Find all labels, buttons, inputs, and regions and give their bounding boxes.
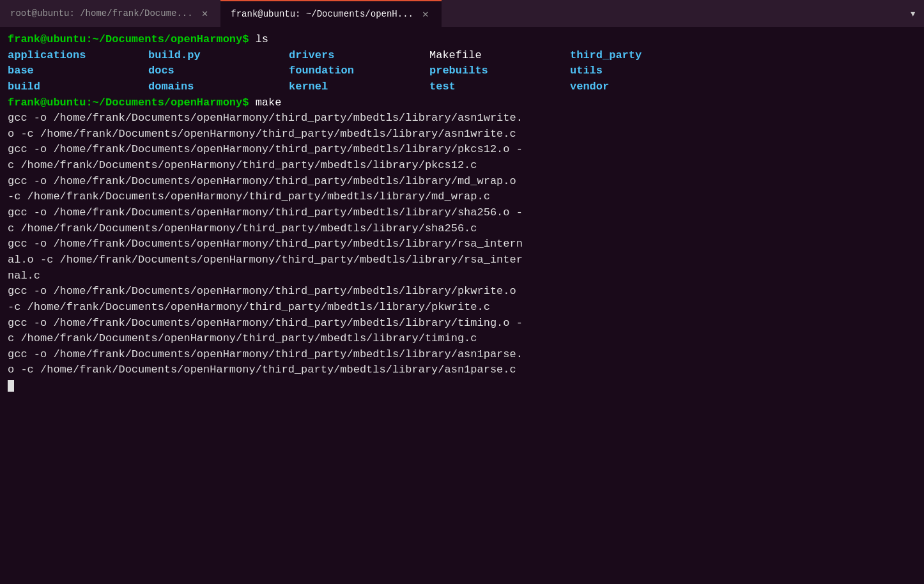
gcc-line-4: c /home/frank/Documents/openHarmony/thir… bbox=[8, 158, 916, 174]
gcc-line-5: gcc -o /home/frank/Documents/openHarmony… bbox=[8, 174, 916, 190]
gcc-line-2: o -c /home/frank/Documents/openHarmony/t… bbox=[8, 127, 916, 142]
ls-item-third-party: third_party bbox=[570, 48, 711, 64]
ls-item-drivers: drivers bbox=[289, 48, 429, 64]
gcc-line-13: -c /home/frank/Documents/openHarmony/thi… bbox=[8, 300, 916, 316]
ls-item-applications: applications bbox=[8, 48, 148, 64]
gcc-line-14: gcc -o /home/frank/Documents/openHarmony… bbox=[8, 316, 916, 332]
gcc-line-7: gcc -o /home/frank/Documents/openHarmony… bbox=[8, 205, 916, 221]
ls-item-prebuilts: prebuilts bbox=[429, 63, 570, 79]
prompt-1: frank@ubuntu:~/Documents/openHarmony$ bbox=[8, 33, 249, 45]
cmd-2: make bbox=[249, 96, 281, 109]
terminal-window: root@ubuntu: /home/frank/Docume... ✕ fra… bbox=[0, 0, 924, 584]
gcc-output: gcc -o /home/frank/Documents/openHarmony… bbox=[8, 111, 916, 394]
gcc-line-11: nal.c bbox=[8, 268, 916, 284]
gcc-line-8: c /home/frank/Documents/openHarmony/thir… bbox=[8, 221, 916, 237]
ls-item-foundation: foundation bbox=[289, 63, 429, 79]
command-line-1: frank@ubuntu:~/Documents/openHarmony$ ls bbox=[8, 32, 916, 48]
ls-output: applications build.py drivers Makefile t… bbox=[8, 48, 916, 95]
ls-item-base: base bbox=[8, 63, 148, 79]
ls-item-test: test bbox=[429, 79, 570, 95]
gcc-line-16: gcc -o /home/frank/Documents/openHarmony… bbox=[8, 347, 916, 363]
terminal-body[interactable]: frank@ubuntu:~/Documents/openHarmony$ ls… bbox=[0, 27, 924, 584]
gcc-line-15: c /home/frank/Documents/openHarmony/thir… bbox=[8, 331, 916, 347]
gcc-line-17: o -c /home/frank/Documents/openHarmony/t… bbox=[8, 362, 916, 378]
command-line-2: frank@ubuntu:~/Documents/openHarmony$ ma… bbox=[8, 95, 916, 111]
ls-item-makefile: Makefile bbox=[429, 48, 570, 64]
ls-item-vendor: vendor bbox=[570, 79, 711, 95]
ls-item-domains: domains bbox=[148, 79, 289, 95]
gcc-line-9: gcc -o /home/frank/Documents/openHarmony… bbox=[8, 236, 916, 252]
cursor-blink bbox=[8, 380, 14, 392]
ls-item-buildpy: build.py bbox=[148, 48, 289, 64]
tab-active-close[interactable]: ✕ bbox=[420, 6, 431, 22]
tab-inactive-close[interactable]: ✕ bbox=[199, 6, 211, 21]
gcc-line-3: gcc -o /home/frank/Documents/openHarmony… bbox=[8, 142, 916, 158]
prompt-2: frank@ubuntu:~/Documents/openHarmony$ bbox=[8, 96, 249, 109]
tab-active[interactable]: frank@ubuntu: ~/Documents/openH... ✕ bbox=[220, 0, 441, 27]
tab-dropdown-button[interactable]: ▾ bbox=[902, 0, 924, 27]
cmd-1: ls bbox=[249, 33, 268, 45]
ls-item-build: build bbox=[8, 79, 148, 95]
gcc-line-6: -c /home/frank/Documents/openHarmony/thi… bbox=[8, 189, 916, 205]
gcc-line-1: gcc -o /home/frank/Documents/openHarmony… bbox=[8, 111, 916, 127]
tab-inactive[interactable]: root@ubuntu: /home/frank/Docume... ✕ bbox=[0, 0, 220, 27]
gcc-line-10: al.o -c /home/frank/Documents/openHarmon… bbox=[8, 252, 916, 268]
ls-item-utils: utils bbox=[570, 63, 711, 79]
gcc-line-12: gcc -o /home/frank/Documents/openHarmony… bbox=[8, 284, 916, 300]
ls-item-docs: docs bbox=[148, 63, 289, 79]
tab-active-title: frank@ubuntu: ~/Documents/openH... bbox=[231, 9, 413, 19]
tab-inactive-title: root@ubuntu: /home/frank/Docume... bbox=[10, 8, 193, 19]
ls-item-kernel: kernel bbox=[289, 79, 429, 95]
tab-bar: root@ubuntu: /home/frank/Docume... ✕ fra… bbox=[0, 0, 924, 27]
